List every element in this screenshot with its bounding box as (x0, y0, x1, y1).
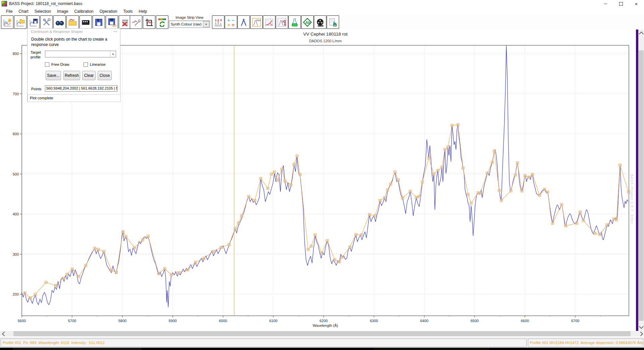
linearise-label: Linearise (90, 62, 106, 67)
math-operations-button[interactable]: +−×= (225, 15, 237, 29)
image-strip-view: Image Strip View Synth Colour (raw) ▼ (169, 15, 210, 30)
save-chart-button[interactable] (27, 15, 40, 29)
free-draw-checkbox[interactable] (45, 62, 49, 67)
refresh-synth-icon (158, 18, 167, 27)
linearise-checkbox[interactable] (84, 62, 88, 67)
save-button[interactable]: Save... (46, 71, 61, 80)
svg-text:K: K (282, 19, 285, 23)
image-cassette-icon (81, 18, 90, 27)
image-strip-view-value: Synth Colour (raw) (169, 22, 203, 26)
linearise-option: Linearise (84, 62, 106, 67)
free-draw-option: Free Draw (45, 62, 69, 67)
settings-tools-button[interactable] (40, 15, 53, 29)
k-line-measure-button[interactable]: K (276, 15, 288, 29)
delete-profile-icon (120, 18, 129, 27)
profile-tools-button[interactable] (130, 15, 142, 29)
menu-help[interactable]: Help (136, 8, 150, 15)
binoculars-view-button[interactable] (53, 15, 66, 29)
grid-edit-button[interactable] (263, 15, 275, 29)
math-operations-icon: +−×= (226, 18, 235, 27)
svg-text:6200: 6200 (320, 319, 328, 323)
profile-tools-icon (131, 18, 141, 27)
chemical-flask-icon (290, 18, 299, 27)
free-draw-label: Free Draw (51, 62, 69, 67)
svg-text:1 2 3: 1 2 3 (215, 18, 222, 21)
menu-calibration[interactable]: Calibration (71, 8, 96, 15)
element-ab-sign-button[interactable]: Ab (301, 15, 314, 29)
crop-profile-icon (145, 18, 154, 27)
window-title: BASS Project: 180118_rot_normiert.bass (9, 1, 83, 6)
menu-tools[interactable]: Tools (120, 8, 136, 15)
crop-profile-button[interactable] (143, 15, 155, 29)
save-profile-1d-button[interactable]: 1D (106, 15, 118, 29)
dropdown-arrow-icon[interactable]: ▼ (110, 51, 116, 57)
close-button[interactable]: Close (98, 71, 112, 80)
new-chart-icon (3, 18, 12, 27)
bass-application-window: BASS Project: 180118_rot_normiert.bass ×… (0, 0, 644, 350)
save-profile-icon (94, 18, 103, 27)
dialog-grip-icon (113, 31, 117, 32)
reference-overlay-button[interactable]: Ref (250, 15, 263, 29)
dropdown-arrow-icon[interactable]: ▼ (203, 21, 209, 27)
svg-text:6600: 6600 (521, 319, 529, 323)
menu-image[interactable]: Image (54, 8, 71, 15)
excel-export-button[interactable]: X (327, 15, 339, 29)
new-chart-button[interactable] (1, 15, 13, 29)
peak-order-123-icon: 1 2 3 (214, 18, 223, 27)
save-chart-icon (29, 18, 38, 27)
title-bar: BASS Project: 180118_rot_normiert.bass × (0, 0, 644, 7)
element-ab-sign-icon: Ab (303, 18, 312, 27)
compass-measure-icon (239, 18, 248, 27)
svg-text:500: 500 (13, 172, 19, 176)
menu-operation[interactable]: Operation (97, 8, 120, 15)
svg-text:6400: 6400 (420, 319, 428, 323)
save-profile-button[interactable] (93, 15, 105, 29)
image-strip-view-select[interactable]: Synth Colour (raw) ▼ (169, 20, 210, 28)
open-chart-button[interactable] (14, 15, 26, 29)
dialog-instruction: Double click points on the chart to crea… (31, 37, 115, 47)
reference-overlay-icon: Ref (252, 18, 261, 27)
delete-profile-button[interactable] (119, 15, 131, 29)
refresh-button[interactable]: Refresh (63, 71, 80, 80)
svg-text:800: 800 (13, 52, 19, 56)
points-field[interactable]: 560.5948,204.2002 | 561.6628,192.2105 | … (45, 85, 117, 92)
svg-text:5900: 5900 (169, 319, 177, 323)
maximize-button[interactable] (613, 0, 629, 7)
chemical-flask-button[interactable] (288, 15, 301, 29)
refresh-synth-button[interactable] (156, 15, 168, 29)
film-reel-icon (316, 18, 325, 27)
horizontal-scrollbar-thumb[interactable] (13, 331, 631, 336)
settings-tools-icon (42, 18, 51, 27)
save-profile-1d-icon: 1D (107, 18, 116, 27)
chart-edge-strip (636, 30, 638, 331)
chart-title: VV Cephei 180118 rot (303, 32, 347, 37)
toolbar: 1D Image Strip View Synth Colour (raw) ▼… (0, 15, 644, 30)
svg-text:400: 400 (13, 212, 19, 216)
film-reel-button[interactable] (314, 15, 326, 29)
menu-chart[interactable]: Chart (15, 8, 31, 15)
image-cassette-button[interactable] (79, 15, 92, 29)
minimize-button[interactable] (598, 0, 613, 7)
vertical-scrollbar[interactable] (638, 30, 644, 331)
maximize-icon (619, 2, 623, 6)
horizontal-scrollbar[interactable] (0, 331, 644, 337)
excel-export-icon: X (328, 18, 337, 27)
vertical-scrollbar-thumb[interactable] (639, 50, 644, 321)
compass-measure-button[interactable] (237, 15, 250, 29)
clear-button[interactable]: Clear (82, 71, 96, 80)
close-button[interactable]: × (629, 0, 644, 7)
menu-selection[interactable]: Selection (32, 8, 54, 15)
svg-text:6700: 6700 (571, 319, 579, 323)
svg-text:5700: 5700 (68, 319, 76, 323)
peak-order-123-button[interactable]: 1 2 3 (212, 15, 224, 29)
svg-text:5600: 5600 (18, 319, 26, 323)
status-profile-info: Profile #01 W=2184 H=1472 Average disper… (528, 339, 643, 347)
dialog-title: Continuum & Response Shaper (31, 30, 83, 34)
svg-text:1D: 1D (112, 23, 116, 27)
svg-text:X: X (334, 23, 336, 27)
menu-file[interactable]: File (3, 8, 15, 15)
version-watermark: BASS Project 1.9.7 32bit (629, 174, 634, 261)
target-profile-select[interactable]: ▼ (45, 51, 116, 57)
svg-text:Ref: Ref (257, 18, 261, 21)
open-profile-folder-button[interactable] (66, 15, 79, 29)
